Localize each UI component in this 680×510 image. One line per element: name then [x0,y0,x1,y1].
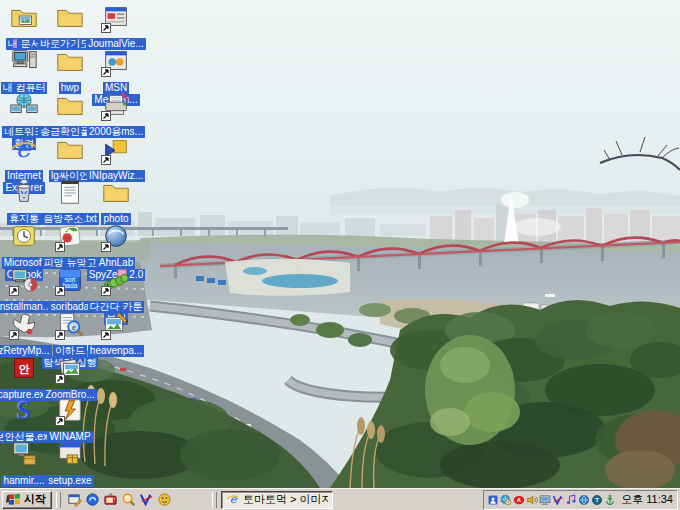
desktop-icon-label: setup.exe [38,475,102,487]
windows-logo-icon [6,491,21,508]
shortcut-arrow-icon [55,286,65,296]
internet-explorer-icon: e [226,492,240,508]
quicklaunch-search-lamp-icon[interactable] [121,492,136,507]
system-tray: AT 오후 11:34 [483,490,678,510]
winamp-icon [54,395,86,427]
desktop-icon-inipay-wizard[interactable]: INIpayWiz... [84,134,148,182]
tray-tomato-icon[interactable]: T [591,494,603,506]
printer-icon [100,90,132,122]
cartoon-icon [100,265,132,297]
ehard-icon: e [54,309,86,341]
shortcut-arrow-icon [101,330,111,340]
quicklaunch-desktop-editor-icon[interactable] [67,492,82,507]
window-app-icon [100,2,132,34]
desktop-icon-journalviewer[interactable]: JournalVie... [84,2,148,50]
quicklaunch-media-player-icon[interactable] [85,492,100,507]
folder-icon [54,134,86,166]
zoombrowser-icon [54,353,86,385]
tray-volume-icon[interactable] [526,494,538,506]
outlook-icon [8,221,40,253]
svg-text:T: T [595,497,599,503]
shortcut-arrow-icon [101,286,111,296]
quicklaunch-v3-icon[interactable] [139,492,154,507]
shortcut-arrow-icon [101,111,111,121]
tray-messenger-icon[interactable] [487,494,499,506]
mydocs-icon [8,2,40,34]
desktop-icon-grid: 내 문서바로가기모음JournalVie...내 컴퓨터hwpMSNMessen… [0,0,680,488]
tray-anchor-icon[interactable] [604,494,616,506]
start-label: 시작 [24,492,46,507]
installman-icon [8,265,40,297]
tray-globe-icon[interactable] [578,494,590,506]
folder-icon [54,46,86,78]
desktop-icon-photo-folder[interactable]: photo [84,177,148,225]
desktop[interactable]: 내 문서바로가기모음JournalVie...내 컴퓨터hwpMSNMessen… [0,0,680,488]
toolbar-grip[interactable] [212,492,217,508]
svg-text:e: e [230,492,238,506]
desktop-icon-heavenpa[interactable]: heavenpa... [84,309,148,357]
shortcut-arrow-icon [101,67,111,77]
quicklaunch-messenger-smiley-icon[interactable] [157,492,172,507]
tray-music-note-icon[interactable] [565,494,577,506]
shortcut-arrow-icon [9,330,19,340]
soribada-icon: soribada [54,265,86,297]
pmang-icon [54,221,86,253]
shortcut-arrow-icon [101,242,111,252]
task-button-tomato-imageroom[interactable]: e 토마토먹 > 이미지방 1... [221,491,333,509]
shortcut-arrow-icon [9,286,19,296]
quicklaunch-tv-icon[interactable] [103,492,118,507]
quick-launch-bar [65,492,174,507]
desktop-icon-setup-exe[interactable]: setup.exe [38,439,102,487]
tray-display-icon[interactable] [539,494,551,506]
shortcut-arrow-icon [55,416,65,426]
svg-text:안: 안 [18,363,29,375]
recycle-icon [8,177,40,209]
taskbar-clock[interactable]: 오후 11:34 [621,492,673,507]
ie-icon: e [8,134,40,166]
shortcut-arrow-icon [55,242,65,252]
svg-text:S: S [17,397,31,424]
desktop-icon-winamp[interactable]: WINAMP [38,395,102,443]
folder-icon [54,90,86,122]
hanmir-icon [8,439,40,471]
svg-text:A: A [517,497,522,503]
start-button[interactable]: 시작 [2,491,52,509]
network-icon [8,90,40,122]
taskbar: 시작 e 토마토먹 > 이미지방 1... AT 오후 11:34 [0,488,680,510]
folder-icon [54,2,86,34]
shortcut-arrow-icon [55,374,65,384]
svg-text:e: e [72,323,76,332]
tray-ahnlab-icon[interactable]: A [513,494,525,506]
task-button-label: 토마토먹 > 이미지방 1... [243,492,328,507]
heavenpa-icon [100,309,132,341]
msn-window-icon [100,46,132,78]
zretry-icon [8,309,40,341]
svg-text:e: e [16,134,33,163]
desktop-icon-ms2000-printer[interactable]: 2000용ms... [84,90,148,138]
toolbar-grip[interactable] [56,492,61,508]
txtfile-icon [54,177,86,209]
folder-icon [100,177,132,209]
tray-v3-icon[interactable] [552,494,564,506]
security-s-icon: SS [8,395,40,427]
shortcut-arrow-icon [101,23,111,33]
tray-time-globe-icon[interactable] [500,494,512,506]
shortcut-arrow-icon [55,330,65,340]
computer-icon [8,46,40,78]
capture-icon: 안 [8,353,40,385]
inipay-icon [100,134,132,166]
shortcut-arrow-icon [101,155,111,165]
setup-icon [54,439,86,471]
ahnlab-icon [100,221,132,253]
